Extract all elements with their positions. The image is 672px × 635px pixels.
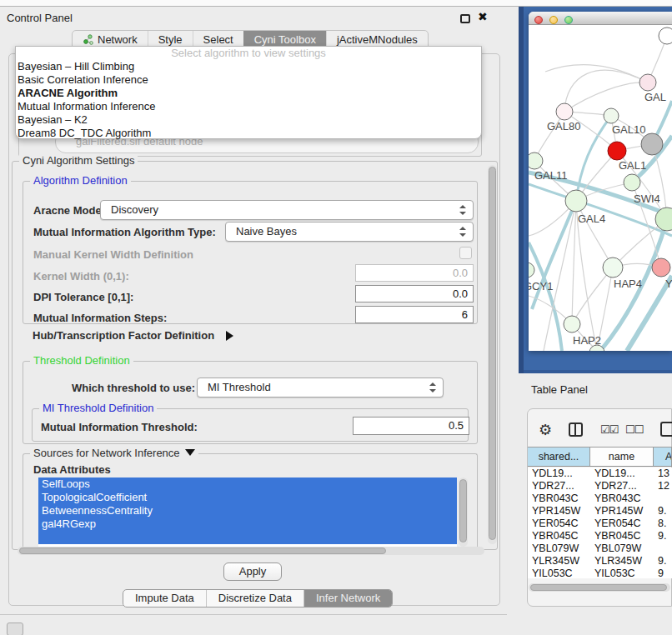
attribute-item[interactable]: TopologicalCoefficient [38, 491, 457, 504]
node-label: SWI4 [634, 192, 660, 205]
control-panel-title: Control Panel [7, 12, 73, 24]
float-icon[interactable] [460, 14, 470, 23]
minimize-traffic-icon[interactable] [549, 16, 558, 24]
close-icon[interactable]: ✖ [478, 10, 488, 23]
table-row[interactable]: YBR043CYBR043C [528, 492, 672, 505]
algorithm-option[interactable]: Dream8 DC_TDC Algorithm [16, 127, 481, 140]
panel-corner-button[interactable] [7, 622, 23, 635]
table-row[interactable]: YLR345WYLR345W9. [528, 555, 672, 568]
network-node-swi4[interactable] [624, 174, 640, 191]
algorithm-option[interactable]: Bayesian – Hill Climbing [16, 60, 481, 73]
table-cell: YPR145W [528, 505, 590, 518]
manual-kernel-label: Manual Kernel Width Definition [33, 248, 193, 261]
algorithm-dropdown-list: Bayesian – Hill ClimbingBasic Correlatio… [16, 60, 481, 140]
table-cell: YDL19... [590, 468, 654, 480]
attributes-scrollbar[interactable] [459, 478, 468, 547]
select-all-checks-icon[interactable]: ☑☑ [600, 423, 618, 436]
expand-right-icon [226, 331, 233, 341]
table-cell: YDR27... [590, 480, 654, 492]
network-node-gal80[interactable] [556, 103, 573, 120]
network-canvas[interactable]: GALGAL80GAL10GAL1GAL11SWI4GAL4HAP4YGCY1H… [529, 26, 672, 351]
settings-horizontal-scrollbar[interactable] [18, 547, 484, 555]
algorithm-option[interactable]: Mutual Information Inference [16, 100, 481, 113]
tab-impute-data[interactable]: Impute Data [123, 590, 206, 607]
table-cell: YBR043C [590, 492, 654, 505]
column-header[interactable]: name [590, 448, 654, 466]
mi-threshold-label: Mutual Information Threshold: [41, 421, 198, 433]
table-cell: 9. [654, 505, 672, 518]
aracne-mode-select[interactable]: Discovery [100, 200, 474, 220]
network-node-hap2[interactable] [564, 316, 580, 332]
hub-definition-expander[interactable]: Hub/Transcription Factor Definition [33, 329, 233, 342]
which-threshold-value: MI Threshold [208, 381, 271, 393]
table-row[interactable]: YDL19...YDL19...13 [528, 468, 672, 480]
settings-vertical-scrollbar[interactable] [488, 165, 497, 544]
deselect-all-checks-icon[interactable]: ☐☐ [625, 423, 643, 436]
table-cell: YBR043C [528, 492, 590, 505]
tab-label: Infer Network [316, 592, 380, 604]
network-node[interactable] [641, 133, 663, 155]
table-cell: 9 [654, 568, 672, 578]
tab-discretize-data[interactable]: Discretize Data [206, 590, 303, 607]
cyni-algorithm-settings-group: Cyni Algorithm Settings Algorithm Defini… [12, 161, 498, 550]
network-node-hap4[interactable] [603, 258, 623, 278]
node-label: GAL80 [547, 120, 580, 132]
mi-type-label: Mutual Information Algorithm Type: [33, 226, 216, 238]
network-node-gal[interactable] [639, 74, 656, 91]
mi-threshold-field[interactable]: 0.5 [353, 417, 469, 435]
which-threshold-select[interactable]: MI Threshold [197, 378, 444, 398]
table-toolbar: ⚙ ☑☑ ☐☐ [529, 420, 672, 443]
algorithm-option[interactable]: Basic Correlation Inference [16, 73, 481, 87]
apply-label: Apply [239, 565, 267, 578]
table-row[interactable]: YDR27...YDR27...12 [528, 480, 672, 492]
table-horizontal-scrollbar[interactable] [529, 583, 670, 592]
dpi-tolerance-field[interactable]: 0.0 [355, 285, 474, 302]
attribute-item[interactable] [38, 531, 457, 544]
manual-kernel-checkbox[interactable] [459, 247, 472, 259]
tab-label: Discretize Data [218, 592, 292, 604]
column-header[interactable]: A [654, 448, 672, 466]
algorithm-option[interactable]: ARACNE Algorithm [16, 87, 481, 100]
data-attributes-label: Data Attributes [33, 463, 111, 476]
column-header[interactable]: shared... [528, 448, 590, 466]
mi-type-value: Naive Bayes [236, 225, 297, 238]
network-node[interactable] [659, 28, 672, 44]
data-attributes-list: SelfLoopsTopologicalCoefficientBetweenne… [38, 478, 457, 547]
table-cell: 8. [654, 518, 672, 530]
table-row[interactable]: YBL079WYBL079W [528, 542, 672, 555]
network-node-gal1[interactable] [608, 142, 626, 160]
table-row[interactable]: YBR045CYBR045C9. [528, 530, 672, 542]
sources-collapser[interactable]: Sources for Network Inference [30, 447, 198, 459]
network-node-gal10[interactable] [604, 108, 619, 123]
algorithm-option[interactable]: Bayesian – K2 [16, 113, 481, 127]
dropdown-placeholder: Select algorithm to view settings [16, 47, 481, 60]
table-cell [654, 492, 672, 505]
apply-button[interactable]: Apply [223, 562, 282, 581]
network-node-gal11[interactable] [529, 152, 543, 169]
table-row[interactable]: YPR145WYPR145W9. [528, 505, 672, 518]
attribute-item[interactable]: BetweennessCentrality [38, 504, 457, 518]
tab-infer-network[interactable]: Infer Network [303, 590, 392, 607]
attribute-item[interactable]: gal4RGexp [38, 518, 457, 531]
gear-icon[interactable]: ⚙ [539, 421, 552, 439]
kernel-width-field[interactable]: 0.0 [355, 264, 474, 282]
close-traffic-icon[interactable] [534, 16, 543, 24]
zoom-traffic-icon[interactable] [564, 16, 573, 24]
partial-toolbar-icon[interactable] [660, 422, 672, 437]
group-title: Threshold Definition [30, 354, 133, 367]
table-row[interactable]: YIL053CYIL053C9 [528, 568, 672, 578]
network-node-gcy1[interactable] [529, 262, 534, 278]
table-cell: YBL079W [528, 542, 590, 555]
kernel-width-label: Kernel Width (0,1): [33, 270, 129, 282]
attribute-item[interactable]: SelfLoops [38, 478, 457, 491]
network-node-gal4[interactable] [565, 190, 587, 212]
table-row[interactable]: YER054CYER054C8. [528, 518, 672, 530]
algorithm-dropdown: Select algorithm to view settings Bayesi… [15, 46, 482, 139]
mi-type-select[interactable]: Naive Bayes [225, 222, 474, 242]
table-cell [654, 542, 672, 555]
column-layout-icon[interactable] [569, 422, 583, 437]
dpi-tolerance-label: DPI Tolerance [0,1]: [33, 291, 133, 303]
mi-steps-field[interactable]: 6 [355, 306, 474, 323]
network-node-y[interactable] [652, 258, 670, 277]
node-label: GAL11 [534, 169, 568, 182]
